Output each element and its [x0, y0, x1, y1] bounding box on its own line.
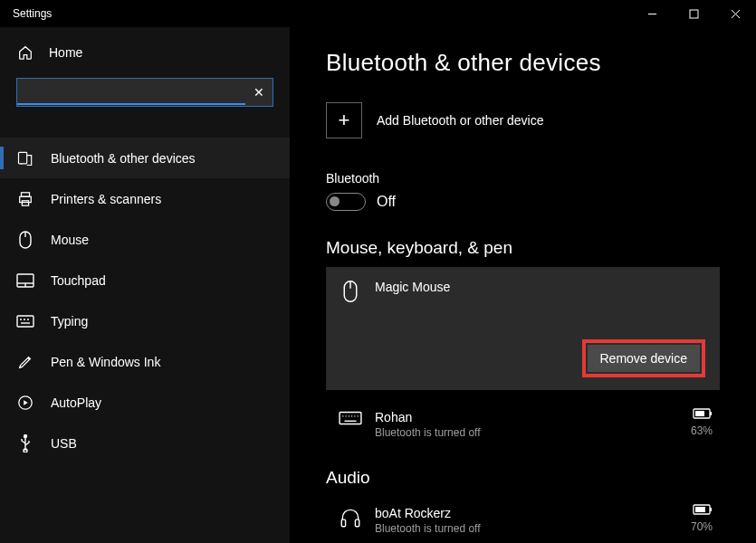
svg-rect-35 — [341, 519, 345, 527]
clear-icon[interactable]: ✕ — [245, 85, 273, 100]
device-name: Magic Mouse — [375, 280, 450, 294]
svg-rect-4 — [19, 152, 27, 164]
svg-rect-7 — [22, 200, 28, 205]
device-name: boAt Rockerz — [375, 506, 481, 520]
battery-icon — [693, 502, 713, 518]
minimize-button[interactable] — [631, 0, 673, 27]
svg-rect-24 — [340, 413, 361, 424]
sidebar-item-usb[interactable]: USB — [0, 423, 290, 463]
search-input[interactable]: ✕ — [16, 78, 273, 107]
plus-icon: + — [326, 102, 362, 138]
svg-rect-13 — [17, 316, 33, 327]
device-name: Rohan — [375, 410, 481, 424]
device-status: Bluetooth is turned off — [375, 522, 481, 535]
svg-rect-38 — [710, 508, 712, 511]
svg-rect-6 — [20, 196, 32, 202]
sidebar-item-label: Printers & scanners — [51, 192, 161, 206]
battery-icon — [693, 406, 713, 422]
svg-rect-39 — [695, 507, 705, 512]
keyboard-icon — [16, 312, 34, 330]
svg-point-20 — [24, 434, 27, 437]
sidebar-item-mouse[interactable]: Mouse — [0, 219, 290, 260]
device-row[interactable]: Rohan Bluetooth is turned off 63% — [326, 401, 720, 444]
group-mouse-keyboard-pen: Mouse, keyboard, & pen — [326, 238, 720, 258]
sidebar-item-pen[interactable]: Pen & Windows Ink — [0, 341, 290, 382]
annotation-highlight: Remove device — [582, 339, 706, 377]
sidebar-item-label: USB — [51, 436, 77, 451]
bluetooth-state: Off — [377, 194, 396, 210]
sidebar-item-autoplay[interactable]: AutoPlay — [0, 382, 290, 423]
autoplay-icon — [16, 394, 34, 412]
page-title: Bluetooth & other devices — [326, 49, 720, 77]
touchpad-icon — [16, 272, 34, 290]
headphones-icon — [339, 506, 362, 533]
device-row[interactable]: boAt Rockerz Bluetooth is turned off 70% — [326, 497, 720, 540]
sidebar-item-typing[interactable]: Typing — [0, 300, 290, 341]
home-link[interactable]: Home — [0, 34, 290, 71]
titlebar: Settings — [0, 0, 756, 27]
window-title: Settings — [13, 7, 52, 20]
sidebar-item-label: Touchpad — [51, 273, 106, 288]
sidebar-item-touchpad[interactable]: Touchpad — [0, 260, 290, 300]
device-status: Bluetooth is turned off — [375, 426, 481, 439]
svg-rect-34 — [695, 411, 704, 416]
battery-percent: 70% — [691, 520, 713, 533]
printer-icon — [16, 190, 34, 208]
sidebar-item-label: AutoPlay — [51, 395, 101, 410]
sidebar: Home ✕ Bluetooth & other devices Printer… — [0, 27, 290, 543]
sidebar-item-label: Mouse — [51, 233, 89, 247]
sidebar-item-label: Bluetooth & other devices — [51, 151, 196, 166]
bluetooth-label: Bluetooth — [326, 171, 720, 186]
device-card-selected[interactable]: Magic Mouse Remove device — [326, 267, 720, 390]
devices-icon — [16, 149, 34, 167]
svg-rect-36 — [355, 519, 359, 527]
group-audio: Audio — [326, 468, 720, 488]
remove-device-button[interactable]: Remove device — [588, 345, 701, 372]
svg-rect-33 — [710, 412, 712, 415]
sidebar-item-label: Pen & Windows Ink — [51, 355, 160, 369]
usb-icon — [16, 434, 34, 452]
sidebar-item-bluetooth[interactable]: Bluetooth & other devices — [0, 138, 290, 178]
search-field[interactable] — [17, 80, 245, 105]
mouse-icon — [16, 231, 34, 249]
maximize-button[interactable] — [673, 0, 714, 27]
sidebar-item-printers[interactable]: Printers & scanners — [0, 178, 290, 219]
add-device-button[interactable]: + Add Bluetooth or other device — [326, 102, 720, 138]
sidebar-item-label: Typing — [51, 314, 88, 329]
pen-icon — [16, 353, 34, 371]
keyboard-icon — [339, 410, 362, 437]
home-icon — [16, 43, 34, 62]
main-content: Bluetooth & other devices + Add Bluetoot… — [290, 27, 756, 543]
mouse-icon — [339, 280, 362, 307]
add-device-label: Add Bluetooth or other device — [377, 113, 543, 128]
svg-rect-1 — [690, 10, 698, 18]
svg-rect-5 — [22, 192, 30, 196]
bluetooth-toggle[interactable] — [326, 193, 366, 211]
close-button[interactable] — [714, 0, 756, 27]
home-label: Home — [49, 45, 82, 60]
battery-percent: 63% — [691, 424, 713, 437]
